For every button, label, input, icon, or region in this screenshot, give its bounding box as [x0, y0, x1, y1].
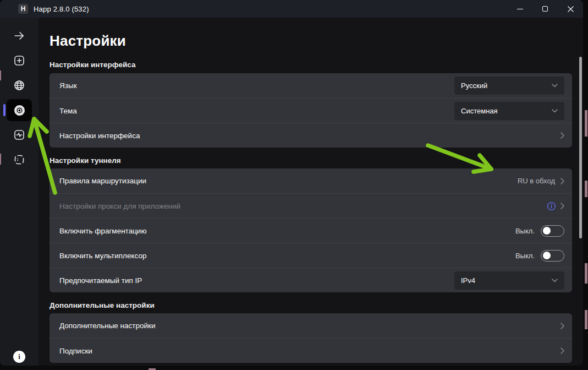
sidebar-item-globe[interactable] — [7, 74, 32, 96]
section-label-tunnel: Настройки туннеля — [50, 156, 572, 165]
titlebar[interactable]: H Happ 2.8.0 (532) — [0, 0, 583, 18]
globe-icon — [13, 79, 25, 91]
scrollbar[interactable] — [579, 57, 582, 238]
sidebar-item-settings[interactable] — [7, 99, 32, 121]
sidebar-item-connect[interactable] — [7, 25, 32, 47]
language-select[interactable]: Русский — [454, 77, 564, 95]
row-label: Дополнительные настройки — [59, 322, 559, 330]
card-tunnel: Правила маршрутизации RU в обход Настрой… — [50, 168, 572, 292]
row-label: Настройки интерфейса — [59, 132, 559, 140]
app-proxy-row[interactable]: Настройки прокси для приложений — [50, 193, 572, 218]
toggle-knob — [543, 252, 551, 259]
app-window: H Happ 2.8.0 (532) — [0, 0, 583, 366]
routing-rules-row[interactable]: Правила маршрутизации RU в обход — [50, 168, 572, 193]
sidebar-item-add[interactable] — [7, 50, 32, 72]
toggle-knob — [543, 227, 551, 235]
multiplexer-row[interactable]: Включить мультиплексор Выкл. — [50, 243, 572, 268]
row-label: Предпочитаемый тип IP — [59, 276, 454, 285]
toggle-state-label: Выкл. — [515, 252, 535, 260]
card-additional: Дополнительные настройки Подписки — [50, 313, 572, 363]
background-bleed — [0, 70, 1, 80]
chevron-right-icon — [560, 323, 564, 329]
interface-settings-row[interactable]: Настройки интерфейса — [50, 123, 572, 148]
screen: H Happ 2.8.0 (532) — [0, 0, 588, 370]
language-row[interactable]: Язык Русский — [50, 73, 572, 98]
subscriptions-row[interactable]: Подписки — [50, 338, 572, 363]
arrow-right-icon — [13, 29, 26, 42]
page-title: Настройки — [50, 31, 572, 51]
window-controls — [507, 0, 583, 18]
chevron-right-icon — [560, 347, 564, 354]
sidebar-item-routing[interactable] — [7, 149, 32, 171]
scan-frame-icon — [13, 154, 25, 166]
minimize-icon — [517, 9, 523, 9]
additional-settings-row[interactable]: Дополнительные настройки — [50, 313, 572, 338]
row-label: Подписки — [59, 347, 559, 355]
close-button[interactable] — [558, 0, 583, 18]
theme-row[interactable]: Тема Системная — [50, 98, 572, 123]
chevron-down-icon — [552, 109, 558, 113]
row-label: Настройки прокси для приложений — [59, 202, 547, 210]
section-label-interface: Настройки интерфейса — [50, 60, 572, 69]
row-label: Язык — [59, 81, 454, 90]
fragmentation-toggle[interactable] — [541, 225, 564, 237]
add-square-icon — [13, 55, 25, 67]
row-label: Тема — [59, 107, 454, 115]
background-bleed — [585, 110, 587, 137]
settings-page: Настройки Настройки интерфейса Язык Русс… — [39, 18, 583, 366]
toggle-state-label: Выкл. — [515, 227, 535, 235]
row-label: Правила маршрутизации — [59, 177, 518, 185]
row-label: Включить мультиплексор — [59, 252, 515, 260]
background-bleed — [585, 263, 587, 284]
chevron-right-icon — [560, 132, 564, 139]
fragmentation-row[interactable]: Включить фрагментацию Выкл. — [50, 218, 572, 243]
row-value: RU в обход — [518, 177, 555, 185]
background-bleed — [585, 181, 587, 197]
multiplexer-toggle[interactable] — [541, 250, 564, 262]
row-label: Включить фрагментацию — [59, 227, 515, 235]
active-tab-indicator — [3, 104, 6, 116]
card-interface: Язык Русский Тема Системная — [50, 73, 572, 148]
app-title: Happ 2.8.0 (532) — [34, 5, 89, 13]
activity-icon — [13, 129, 25, 141]
ip-type-row[interactable]: Предпочитаемый тип IP IPv4 — [50, 268, 572, 292]
info-button[interactable]: i — [13, 351, 25, 363]
close-icon — [567, 6, 574, 13]
chevron-down-icon — [552, 84, 558, 88]
maximize-button[interactable] — [532, 0, 558, 18]
gear-icon — [13, 104, 26, 117]
sidebar-item-activity[interactable] — [7, 124, 32, 146]
background-bleed — [585, 310, 587, 329]
maximize-icon — [542, 6, 548, 12]
select-value: IPv4 — [461, 276, 552, 285]
background-bleed — [0, 154, 1, 165]
sidebar: i — [0, 18, 39, 366]
theme-select[interactable]: Системная — [454, 102, 564, 120]
chevron-down-icon — [552, 279, 558, 282]
minimize-button[interactable] — [507, 0, 532, 18]
select-value: Русский — [461, 81, 552, 90]
select-value: Системная — [461, 107, 552, 115]
chevron-right-icon — [560, 203, 564, 209]
section-label-additional: Дополнительные настройки — [50, 301, 572, 310]
info-icon[interactable] — [547, 202, 556, 211]
app-logo: H — [18, 4, 28, 14]
ip-type-select[interactable]: IPv4 — [454, 271, 564, 290]
chevron-right-icon — [560, 178, 564, 184]
